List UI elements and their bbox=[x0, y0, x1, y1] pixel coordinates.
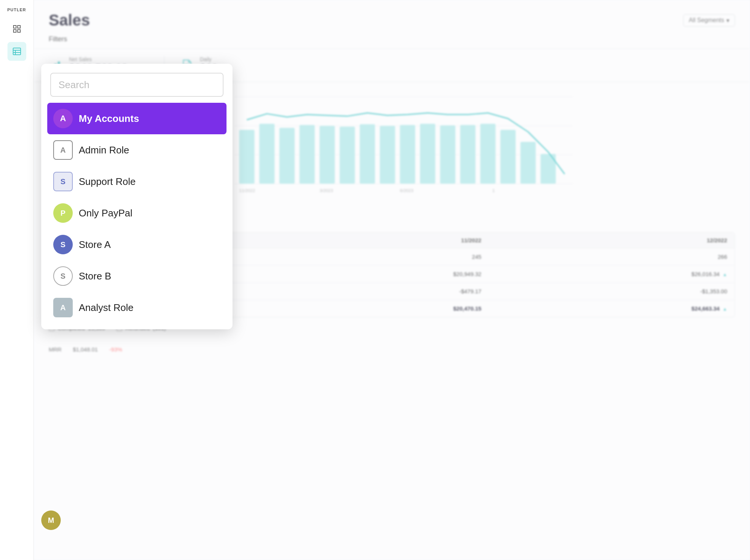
support-role-avatar-letter: S bbox=[60, 177, 65, 186]
netsales-nov: $20,470.15 bbox=[280, 300, 489, 317]
user-avatar[interactable]: M bbox=[41, 510, 61, 530]
svg-rect-1 bbox=[18, 26, 20, 28]
analyst-role-label: Analyst Role bbox=[79, 302, 134, 314]
dropdown-item-support-role[interactable]: S Support Role bbox=[47, 166, 226, 197]
svg-rect-35 bbox=[520, 142, 536, 183]
mrr-label: MRR bbox=[49, 346, 62, 353]
account-dropdown: A My Accounts A Admin Role S Support Rol… bbox=[41, 64, 232, 329]
app-logo: PUTLER bbox=[8, 8, 26, 12]
my-accounts-label: My Accounts bbox=[79, 113, 139, 125]
svg-text:11/2022: 11/2022 bbox=[239, 188, 255, 193]
svg-rect-3 bbox=[18, 30, 20, 32]
svg-rect-0 bbox=[14, 26, 16, 28]
orders-dec: 266 bbox=[489, 248, 735, 266]
svg-rect-4 bbox=[13, 48, 21, 55]
svg-rect-30 bbox=[420, 124, 435, 184]
gross-dec: $26,016.34 ▲ bbox=[489, 266, 735, 283]
page-header: Sales All Segments ▾ bbox=[34, 0, 750, 30]
analyst-role-avatar: A bbox=[53, 298, 73, 317]
segment-selector[interactable]: All Segments ▾ bbox=[683, 14, 735, 27]
svg-rect-33 bbox=[480, 124, 496, 184]
mrr-change: -93% bbox=[109, 346, 122, 353]
table-icon-button[interactable] bbox=[8, 42, 26, 61]
chevron-down-icon: ▾ bbox=[726, 17, 729, 24]
store-b-label: Store B bbox=[79, 270, 111, 282]
mrr-value: $1,048.01 bbox=[73, 346, 98, 353]
bottom-stats: MRR $1,048.01 -93% bbox=[34, 339, 750, 360]
orders-nov: 245 bbox=[280, 248, 489, 266]
dropdown-item-store-a[interactable]: S Store A bbox=[47, 229, 226, 260]
page-title: Sales bbox=[49, 11, 90, 29]
refunds-dec: -$1,353.00 bbox=[489, 283, 735, 300]
support-role-label: Support Role bbox=[79, 176, 136, 188]
dropdown-item-admin-role[interactable]: A Admin Role bbox=[47, 134, 226, 166]
search-container bbox=[47, 73, 226, 103]
svg-rect-22 bbox=[259, 124, 274, 184]
dropdown-item-only-paypal[interactable]: P Only PayPal bbox=[47, 197, 226, 229]
only-paypal-avatar: P bbox=[53, 203, 73, 223]
segment-label: All Segments bbox=[689, 17, 724, 24]
admin-role-avatar: A bbox=[53, 140, 73, 160]
store-b-avatar-letter: S bbox=[60, 272, 65, 281]
search-input[interactable] bbox=[50, 73, 224, 97]
filters-bar: Filters bbox=[34, 30, 750, 49]
only-paypal-label: Only PayPal bbox=[79, 207, 132, 219]
svg-text:6/2023: 6/2023 bbox=[400, 188, 413, 193]
col-header-nov: 11/2022 bbox=[280, 233, 489, 248]
store-a-avatar-letter: S bbox=[60, 240, 65, 249]
refunds-nov: -$479.17 bbox=[280, 283, 489, 300]
netsales-dec: $24,663.34 ▲ bbox=[489, 300, 735, 317]
dropdown-item-store-b[interactable]: S Store B bbox=[47, 260, 226, 292]
svg-text:1: 1 bbox=[492, 188, 495, 193]
svg-rect-34 bbox=[500, 130, 516, 184]
svg-text:3/2023: 3/2023 bbox=[320, 188, 333, 193]
store-b-avatar: S bbox=[53, 266, 73, 286]
dropdown-list: A My Accounts A Admin Role S Support Rol… bbox=[47, 103, 226, 323]
admin-role-label: Admin Role bbox=[79, 144, 129, 156]
gross-nov: $20,949.32 bbox=[280, 266, 489, 283]
store-a-label: Store A bbox=[79, 239, 111, 251]
svg-rect-2 bbox=[14, 30, 16, 32]
trend-up-icon: ▲ bbox=[723, 306, 727, 312]
daily-label: Daily bbox=[200, 56, 218, 62]
my-accounts-avatar-letter: A bbox=[60, 114, 66, 123]
admin-role-avatar-letter: A bbox=[60, 146, 66, 155]
store-a-avatar: S bbox=[53, 235, 73, 254]
analyst-role-avatar-letter: A bbox=[60, 303, 66, 312]
sidebar: PUTLER bbox=[0, 0, 34, 560]
dropdown-item-analyst-role[interactable]: A Analyst Role bbox=[47, 292, 226, 323]
support-role-avatar: S bbox=[53, 172, 73, 191]
net-sales-label: Net Sales bbox=[69, 56, 149, 62]
svg-rect-32 bbox=[460, 125, 476, 183]
svg-rect-31 bbox=[440, 125, 456, 183]
dropdown-item-my-accounts[interactable]: A My Accounts bbox=[47, 103, 226, 134]
grid-icon-button[interactable] bbox=[8, 20, 26, 38]
svg-rect-25 bbox=[320, 126, 335, 183]
only-paypal-avatar-letter: P bbox=[60, 209, 65, 218]
my-accounts-avatar: A bbox=[53, 109, 73, 128]
user-avatar-letter: M bbox=[48, 516, 54, 525]
svg-rect-23 bbox=[279, 128, 295, 184]
svg-rect-27 bbox=[360, 124, 375, 184]
svg-rect-21 bbox=[239, 130, 255, 184]
svg-rect-28 bbox=[380, 126, 395, 183]
trend-up-icon: ▲ bbox=[723, 272, 727, 277]
filters-label: Filters bbox=[49, 35, 67, 43]
svg-rect-26 bbox=[340, 127, 355, 184]
col-header-dec: 12/2022 bbox=[489, 233, 735, 248]
svg-rect-24 bbox=[300, 125, 315, 183]
svg-rect-29 bbox=[400, 125, 415, 183]
